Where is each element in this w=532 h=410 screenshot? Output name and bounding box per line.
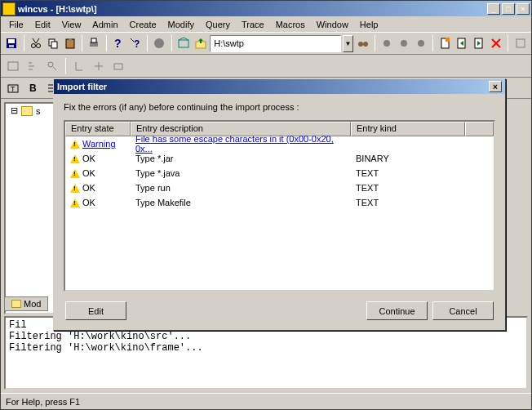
tool-b-icon[interactable] <box>24 57 42 75</box>
explore-icon[interactable] <box>176 34 192 52</box>
list-row[interactable]: OKType *.jarBINARY <box>65 151 494 166</box>
list-row[interactable]: OKType *.javaTEXT <box>65 166 494 180</box>
next-icon[interactable] <box>472 34 487 52</box>
col-spacer[interactable] <box>465 122 494 136</box>
list-row[interactable]: WarningFile has some escape characters i… <box>65 136 494 151</box>
close-button[interactable]: × <box>516 3 530 15</box>
svg-text:B: B <box>29 82 37 94</box>
svg-point-13 <box>154 38 164 48</box>
menu-edit[interactable]: Edit <box>30 18 55 31</box>
svg-rect-14 <box>179 40 188 47</box>
svg-point-19 <box>401 40 407 47</box>
col-entry-kind[interactable]: Entry kind <box>351 122 465 136</box>
menu-create[interactable]: Create <box>125 18 162 31</box>
cell-description: Type Makefile <box>131 198 351 207</box>
save-icon[interactable] <box>4 34 20 52</box>
dot1-icon[interactable] <box>379 34 395 52</box>
help-icon[interactable]: ? <box>111 34 126 52</box>
bold-icon[interactable]: B <box>24 79 42 97</box>
cell-kind: BINARY <box>351 154 465 163</box>
minus-icon: ⊟ <box>11 105 18 116</box>
svg-rect-2 <box>9 45 14 47</box>
svg-point-16 <box>358 42 363 47</box>
output-line: Filtering 'H:\work\kino\src'... <box>9 331 523 342</box>
tool-a-icon[interactable] <box>4 57 22 75</box>
tool-e-icon[interactable] <box>90 57 108 75</box>
warning-icon <box>70 140 80 149</box>
minimize-button[interactable]: _ <box>487 3 500 15</box>
tab-modules[interactable]: Mod <box>4 296 48 311</box>
warning-icon <box>70 198 80 207</box>
svg-text:T: T <box>11 85 16 93</box>
tool-f-icon[interactable] <box>109 57 127 75</box>
cell-kind: TEXT <box>351 168 465 178</box>
svg-point-18 <box>383 40 390 47</box>
menu-window[interactable]: Window <box>312 18 353 31</box>
list-row[interactable]: OKType runTEXT <box>65 180 494 195</box>
import-filter-dialog: Import filter × Fix the errors (if any) … <box>53 78 506 331</box>
stop-icon[interactable] <box>152 34 167 52</box>
continue-button[interactable]: Continue <box>366 301 428 320</box>
delete-icon[interactable] <box>488 34 503 52</box>
svg-rect-28 <box>114 64 122 69</box>
svg-rect-22 <box>446 38 450 42</box>
cancel-button[interactable]: Cancel <box>432 301 494 320</box>
edit-button[interactable]: Edit <box>65 301 126 320</box>
menu-macros[interactable]: Macros <box>271 18 310 31</box>
svg-point-20 <box>418 40 424 47</box>
paste-icon[interactable] <box>62 34 78 52</box>
cell-description: File has some escape characters in it (0… <box>131 134 351 154</box>
path-dropdown-icon[interactable]: ▼ <box>343 35 354 52</box>
folder-icon <box>21 106 33 116</box>
statusbar: For Help, press F1 <box>1 393 531 409</box>
menubar: File Edit View Admin Create Modify Query… <box>1 16 531 32</box>
warning-icon <box>70 169 80 178</box>
extra-icon[interactable] <box>512 34 528 52</box>
menu-modify[interactable]: Modify <box>163 18 199 31</box>
menu-help[interactable]: Help <box>355 18 383 31</box>
tool-d-icon[interactable] <box>70 57 88 75</box>
dot3-icon[interactable] <box>414 34 429 52</box>
svg-rect-25 <box>516 39 525 47</box>
tab-modules-label: Mod <box>24 299 41 309</box>
entries-list[interactable]: Entry state Entry description Entry kind… <box>64 120 495 292</box>
statusbar-text: For Help, press F1 <box>6 397 80 407</box>
dialog-close-button[interactable]: × <box>489 81 502 92</box>
tool-c-icon[interactable] <box>43 57 61 75</box>
warning-icon <box>70 184 80 193</box>
cell-kind: TEXT <box>351 183 465 193</box>
prev-icon[interactable] <box>454 34 470 52</box>
up-icon[interactable] <box>193 34 208 52</box>
context-help-icon[interactable]: ? <box>127 34 143 52</box>
binoculars-icon[interactable] <box>355 34 370 52</box>
col-entry-state[interactable]: Entry state <box>65 122 131 136</box>
dialog-message: Fix the errors (if any) before continuin… <box>64 102 495 112</box>
menu-query[interactable]: Query <box>201 18 235 31</box>
cell-state: OK <box>65 154 131 163</box>
maximize-button[interactable]: □ <box>502 3 515 15</box>
svg-point-27 <box>48 62 53 67</box>
path-input[interactable] <box>210 35 341 52</box>
dot2-icon[interactable] <box>397 34 412 52</box>
menu-view[interactable]: View <box>57 18 86 31</box>
left-tabs: Mod <box>4 296 48 311</box>
warning-icon <box>70 154 80 163</box>
tree-root-label: s <box>36 106 41 116</box>
cut-icon[interactable] <box>29 34 44 52</box>
list-row[interactable]: OKType MakefileTEXT <box>65 195 494 210</box>
svg-rect-8 <box>69 38 72 41</box>
menu-admin[interactable]: Admin <box>87 18 122 31</box>
toolbar-main: ? ? ▼ <box>1 32 531 55</box>
print-icon[interactable] <box>86 34 102 52</box>
svg-rect-10 <box>91 38 96 42</box>
copy-icon[interactable] <box>45 34 60 52</box>
cell-state: OK <box>65 168 131 178</box>
cell-kind: TEXT <box>351 198 465 207</box>
new-doc-icon[interactable] <box>437 34 453 52</box>
dialog-titlebar[interactable]: Import filter × <box>54 79 505 94</box>
menu-trace[interactable]: Trace <box>237 18 269 31</box>
textbox-icon[interactable]: T <box>4 79 22 97</box>
app-icon <box>2 2 16 16</box>
menu-file[interactable]: File <box>4 18 29 31</box>
dialog-title-text: Import filter <box>57 82 489 91</box>
